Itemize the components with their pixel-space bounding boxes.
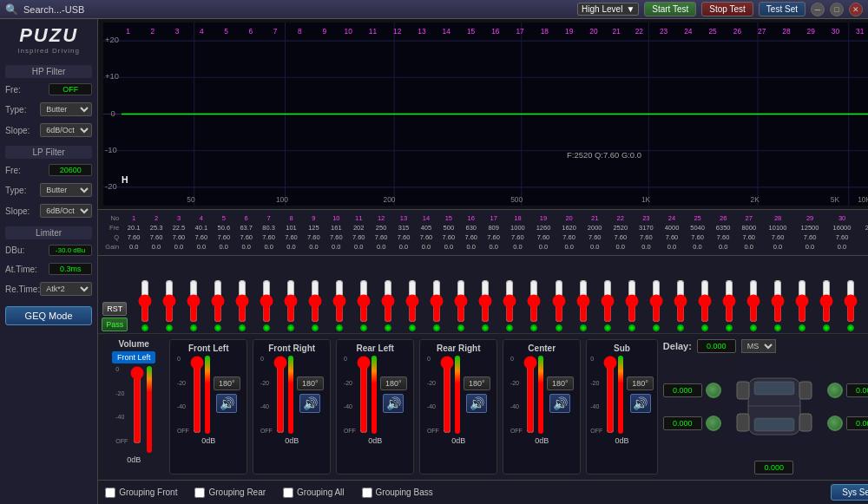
center-fader[interactable] <box>524 356 536 434</box>
eq-slider-7[interactable] <box>286 279 296 323</box>
eq-slider-25[interactable] <box>724 279 734 323</box>
front-left-meter <box>205 356 210 434</box>
front-right-phase-button[interactable]: 180° <box>297 376 324 390</box>
eq-slider-col-17 <box>523 279 546 331</box>
hp-type-select[interactable]: Butter <box>40 102 92 116</box>
center-buttons: 180° 🔊 <box>547 376 574 413</box>
eq-slider-1[interactable] <box>140 279 150 323</box>
eq-slider-10[interactable] <box>358 279 369 323</box>
eq-slider-21[interactable] <box>627 279 637 323</box>
center-scale: 0 -20 -40 OFF <box>510 356 523 434</box>
center-section: Center 0 -20 -40 OFF 180° <box>503 339 581 475</box>
grouping-bass-checkbox[interactable] <box>362 488 372 498</box>
eq-slider-3[interactable] <box>188 279 199 323</box>
grouping-front-checkbox[interactable] <box>105 488 115 498</box>
eq-slider-18[interactable] <box>554 279 564 323</box>
re-time-select[interactable]: Atk*2 <box>40 282 92 296</box>
volume-fader[interactable] <box>131 366 143 444</box>
maximize-button[interactable]: □ <box>830 3 844 16</box>
eq-slider-29[interactable] <box>821 279 832 323</box>
hp-fre-value: OFF <box>49 83 92 95</box>
rear-left-meter <box>372 356 377 434</box>
sub-speaker-button[interactable]: 🔊 <box>630 394 651 413</box>
eq-slider-9[interactable] <box>334 279 345 323</box>
eq-slider-15[interactable] <box>480 279 490 323</box>
front-left-phase-button[interactable]: 180° <box>214 376 240 390</box>
svg-text:25: 25 <box>709 27 718 36</box>
front-left-speaker-button[interactable]: 🔊 <box>216 394 237 413</box>
eq-slider-13[interactable] <box>431 279 442 323</box>
grouping-all-checkbox[interactable] <box>283 488 293 498</box>
eq-slider-28[interactable] <box>797 279 807 323</box>
delay-unit-select[interactable]: MS CM <box>741 339 776 353</box>
delay-right-top-knob[interactable] <box>827 383 843 398</box>
lp-fre-row: Fre: 20600 <box>5 164 92 176</box>
pass-button[interactable]: Pass <box>102 317 128 331</box>
svg-text:H: H <box>122 174 128 185</box>
eq-slider-19[interactable] <box>578 279 589 323</box>
eq-bands-area: No 1 2 3 4 5 6 7 8 9 10 11 12 13 14 15 1 <box>98 210 868 256</box>
eq-slider-11[interactable] <box>383 279 393 323</box>
front-right-speaker-button[interactable]: 🔊 <box>299 394 320 413</box>
close-button[interactable]: ✕ <box>849 3 863 16</box>
eq-bands-table: No 1 2 3 4 5 6 7 8 9 10 11 12 13 14 15 1 <box>98 213 868 252</box>
eq-slider-17[interactable] <box>529 279 539 323</box>
eq-slider-2[interactable] <box>164 279 174 323</box>
rst-button[interactable]: RST <box>102 302 127 316</box>
eq-slider-4[interactable] <box>213 279 223 323</box>
eq-slider-12[interactable] <box>407 279 418 323</box>
eq-slider-col-31 <box>864 279 868 331</box>
delay-right-mid-knob[interactable] <box>827 416 843 431</box>
lp-slope-select[interactable]: 6dB/Oct <box>40 204 92 218</box>
eq-slider-26[interactable] <box>748 279 759 323</box>
test-set-button[interactable]: Test Set <box>759 2 806 16</box>
stop-test-button[interactable]: Stop Test <box>701 2 753 16</box>
level-select[interactable]: High Level ▼ <box>577 3 639 16</box>
eq-area[interactable]: +20 +10 0 -10 -20 50 100 200 500 <box>98 19 868 210</box>
delay-left-mid-knob[interactable] <box>706 416 721 431</box>
eq-slider-30[interactable] <box>845 279 856 323</box>
rear-right-fader[interactable] <box>441 356 453 434</box>
volume-section: Volume Front Left 0 -20 -40 OFF 0dB <box>103 339 164 475</box>
geq-mode-button[interactable]: GEQ Mode <box>5 306 92 325</box>
eq-slider-23[interactable] <box>675 279 686 323</box>
delay-left-top-knob[interactable] <box>706 383 721 398</box>
rear-right-phase-button[interactable]: 180° <box>464 376 490 390</box>
eq-slider-5[interactable] <box>237 279 247 323</box>
sub-phase-button[interactable]: 180° <box>627 376 654 390</box>
eq-slider-6[interactable] <box>261 279 272 323</box>
center-phase-button[interactable]: 180° <box>547 376 574 390</box>
svg-text:4: 4 <box>200 27 204 36</box>
right-content: +20 +10 0 -10 -20 50 100 200 500 <box>98 19 868 504</box>
eq-slider-22[interactable] <box>651 279 661 323</box>
gain-row: Gain 0.00.00.0 0.00.00.0 0.00.00.0 0.00.… <box>98 242 868 252</box>
eq-slider-27[interactable] <box>773 279 783 323</box>
eq-slider-col-6 <box>254 279 278 331</box>
sub-fader[interactable] <box>604 356 616 434</box>
band-3: 3 <box>168 213 190 223</box>
rear-right-speaker-button[interactable]: 🔊 <box>466 394 487 413</box>
eq-slider-24[interactable] <box>700 279 710 323</box>
volume-active-channel[interactable]: Front Left <box>112 351 156 363</box>
center-speaker-button[interactable]: 🔊 <box>549 394 570 413</box>
lp-type-select[interactable]: Butter <box>40 183 92 197</box>
front-right-fader[interactable] <box>274 356 286 434</box>
car-svg <box>727 370 822 443</box>
rear-left-fader[interactable] <box>358 356 370 434</box>
rear-left-phase-button[interactable]: 180° <box>380 376 407 390</box>
eq-slider-8[interactable] <box>310 279 320 323</box>
rear-right-fader-group: 0 -20 -40 OFF <box>427 356 460 434</box>
minimize-button[interactable]: ─ <box>811 3 825 16</box>
band-4: 4 <box>190 213 213 223</box>
sys-set-button[interactable]: Sys Set <box>831 484 868 501</box>
grouping-rear-checkbox[interactable] <box>194 488 205 498</box>
start-test-button[interactable]: Start Test <box>644 2 696 16</box>
eq-slider-14[interactable] <box>456 279 466 323</box>
rear-left-speaker-button[interactable]: 🔊 <box>383 394 404 413</box>
band-24: 24 <box>659 213 685 223</box>
eq-slider-20[interactable] <box>602 279 613 323</box>
front-left-fader[interactable] <box>191 356 203 434</box>
eq-slider-16[interactable] <box>504 279 515 323</box>
eq-slider-col-2 <box>157 279 181 331</box>
hp-slope-select[interactable]: 6dB/Oct <box>40 123 92 137</box>
